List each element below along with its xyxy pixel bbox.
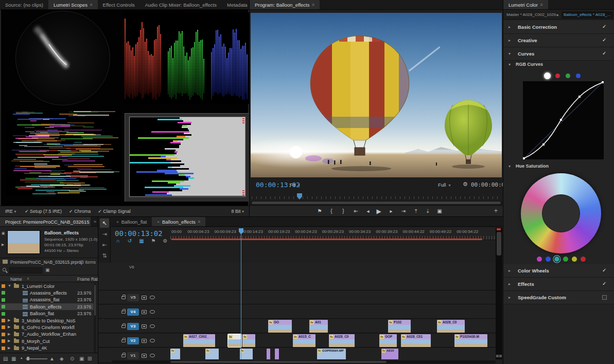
section-color-wheels[interactable]: ▸Color Wheels✓ — [503, 264, 614, 278]
sequence-clip-chip[interactable]: Balloon_effects * A028_... — [562, 11, 613, 19]
disclosure-closed-icon[interactable]: ▶ — [8, 325, 10, 329]
hue-swatch[interactable] — [554, 257, 559, 262]
scope-check-setup-7-5-ire-[interactable]: ✓ Setup (7.5 IRE) — [25, 209, 62, 214]
go-to-out-button[interactable]: ⇥ — [399, 207, 408, 215]
tab-metadata[interactable]: Metadata — [222, 0, 249, 9]
project-scrollbar[interactable] — [94, 283, 96, 353]
timeline-clip[interactable]: fxGOPR0095.MP — [317, 349, 346, 359]
track-eye-icon[interactable] — [150, 310, 155, 314]
column-name[interactable]: Name — [10, 277, 22, 282]
program-scrollbar[interactable] — [251, 201, 502, 205]
red-channel-button[interactable] — [555, 74, 560, 78]
hue-swatch[interactable] — [581, 257, 586, 262]
sequence-tab-balloon_effects[interactable]: ×Balloon_effects≡ — [152, 217, 205, 226]
go-to-in-button[interactable]: ⇤ — [352, 207, 360, 215]
track-output-icon[interactable] — [142, 354, 147, 358]
list-view-icon[interactable]: ▤ — [3, 356, 8, 361]
timeline-clip[interactable]: fx — [242, 334, 255, 347]
tab-project[interactable]: Project: PremiereProCC_NAB_032615≡ — [0, 217, 91, 226]
timeline-clip[interactable] — [267, 349, 270, 359]
zoom-in-icon[interactable]: ▲ — [49, 356, 55, 361]
close-icon[interactable]: × — [157, 220, 160, 224]
timeline-clip[interactable]: fxA015_C — [293, 334, 315, 347]
white-channel-button[interactable] — [544, 72, 551, 79]
timeline-clip[interactable]: fxP1020430.M — [454, 334, 487, 347]
step-forward-button[interactable]: ▸ — [387, 207, 395, 215]
timeline-clip[interactable]: fxGOP — [379, 334, 397, 347]
add-marker-button[interactable]: ⚑ — [315, 207, 324, 215]
timeline-clip[interactable]: fxP102 — [388, 320, 411, 333]
timeline-clip[interactable]: fxA028_C0 — [437, 320, 465, 333]
track-output-icon[interactable] — [142, 296, 147, 300]
track-target-v3[interactable]: V3 — [127, 323, 139, 330]
timeline-clip[interactable]: fxA015 — [381, 349, 398, 359]
section-speedgrade-custom[interactable]: ▸SpeedGrade Custom — [503, 291, 614, 304]
column-frame-rate[interactable]: Frame Rate — [77, 277, 98, 282]
track-target-v5[interactable]: V5 — [127, 294, 139, 301]
hue-swatch[interactable] — [537, 257, 542, 262]
zoom-out-icon[interactable]: ▴ — [21, 356, 23, 360]
export-frame-button[interactable]: ▣ — [435, 207, 444, 215]
play-button[interactable]: ▶ — [375, 207, 383, 215]
new-item-icon[interactable]: ⊞ — [87, 356, 92, 361]
track-target-v1[interactable]: V1 — [127, 352, 139, 359]
track-eye-icon[interactable] — [150, 354, 155, 357]
disclosure-closed-icon[interactable]: ▶ — [8, 318, 10, 322]
sequence-row[interactable]: Balloon_flat23.976 — [0, 311, 94, 317]
disclosure-open-icon[interactable]: ▼ — [8, 284, 11, 287]
tab-effect-controls[interactable]: Effect Controls — [98, 0, 140, 9]
hue-swatch[interactable] — [546, 257, 551, 262]
disclosure-closed-icon[interactable]: ▶ — [8, 339, 10, 343]
chevron-right-icon[interactable]: ▸ — [508, 25, 511, 29]
sequence-row[interactable]: Balloon_effects23.976 — [0, 303, 94, 310]
automate-to-sequence-icon[interactable]: ◈ — [60, 356, 64, 361]
section-basic-correction[interactable]: ▸Basic Correction✓ — [503, 21, 614, 34]
button-editor-add-icon[interactable]: + — [494, 207, 498, 214]
lift-button[interactable]: ⇡ — [412, 207, 420, 215]
section-check-icon[interactable]: ✓ — [602, 281, 606, 286]
zoom-level-dropdown[interactable]: Fit ▾ — [290, 182, 300, 188]
program-scrub-ruler[interactable] — [252, 193, 501, 199]
timeline-playhead-line[interactable] — [241, 229, 241, 359]
scope-check-chroma[interactable]: ✓ Chroma — [69, 209, 91, 214]
preview-thumbnail[interactable] — [7, 230, 40, 254]
timeline-clip[interactable]: fx — [205, 349, 219, 359]
blue-channel-button[interactable] — [576, 74, 581, 78]
rgb-curves-section-header[interactable]: ▾ RGB Curves — [503, 60, 614, 70]
sequence-tab-balloon_flat[interactable]: ×Balloon_flat — [111, 217, 152, 226]
chevron-down-icon[interactable]: ▾ — [556, 13, 558, 17]
track-lock-icon[interactable] — [121, 339, 126, 342]
track-lock-icon[interactable] — [121, 311, 126, 314]
section-check-icon[interactable]: ✓ — [602, 267, 606, 273]
scope-check-clamp-signal[interactable]: ✓ Clamp Signal — [98, 209, 131, 214]
timeline-clip[interactable]: fxA028_C0 — [329, 334, 355, 347]
project-file-name[interactable]: PremiereProCC_NAB_032615.prproj — [10, 260, 82, 265]
section-curves[interactable]: ▾Curves✓ — [503, 47, 614, 61]
bit-depth-dropdown[interactable]: 8 Bit ▾ — [231, 209, 244, 214]
track-select-forward-tool[interactable]: ⇥ — [100, 229, 109, 239]
chevron-down-icon[interactable]: ▾ — [508, 164, 511, 169]
tab-audio-clip-mixer-balloon-effects[interactable]: Audio Clip Mixer: Balloon_effects — [140, 0, 222, 9]
chevron-right-icon[interactable]: ▸ — [508, 282, 511, 286]
new-bin-icon[interactable]: ▣ — [79, 356, 84, 361]
panel-menu-icon[interactable]: ≡ — [198, 220, 201, 224]
mark-in-button[interactable]: { — [327, 207, 336, 215]
tab-lumetri-scopes[interactable]: Lumetri Scopes≡ — [48, 0, 98, 9]
timeline-clip[interactable]: fxGO — [268, 320, 292, 333]
find-icon[interactable]: ⊙ — [70, 356, 74, 361]
panel-overflow-icon[interactable]: » — [94, 219, 96, 224]
track-lock-icon[interactable] — [121, 354, 126, 357]
panel-menu-icon[interactable]: ≡ — [312, 3, 315, 7]
panel-menu-icon[interactable]: ≡ — [90, 3, 93, 7]
close-icon[interactable]: × — [116, 220, 119, 224]
bin-row[interactable]: ▶6_GoPro Cineform Workfl — [0, 324, 94, 331]
disclosure-closed-icon[interactable]: ▶ — [8, 332, 10, 336]
scope-scale-dropdown[interactable]: IRE ▾ — [5, 209, 16, 214]
section-check-icon[interactable]: ✓ — [602, 50, 606, 56]
bin-row[interactable]: ▶3_Mobile to Desktop_NoS — [0, 317, 94, 324]
tab-program[interactable]: Program: Balloon_effects≡ — [250, 0, 320, 9]
tab-source-no-clips-[interactable]: Source: (no clips) — [0, 0, 48, 9]
hue-saturation-wheel[interactable] — [521, 173, 601, 253]
section-effects[interactable]: ▸Effects✓ — [503, 278, 614, 291]
chevron-right-icon[interactable]: ▸ — [508, 268, 511, 273]
